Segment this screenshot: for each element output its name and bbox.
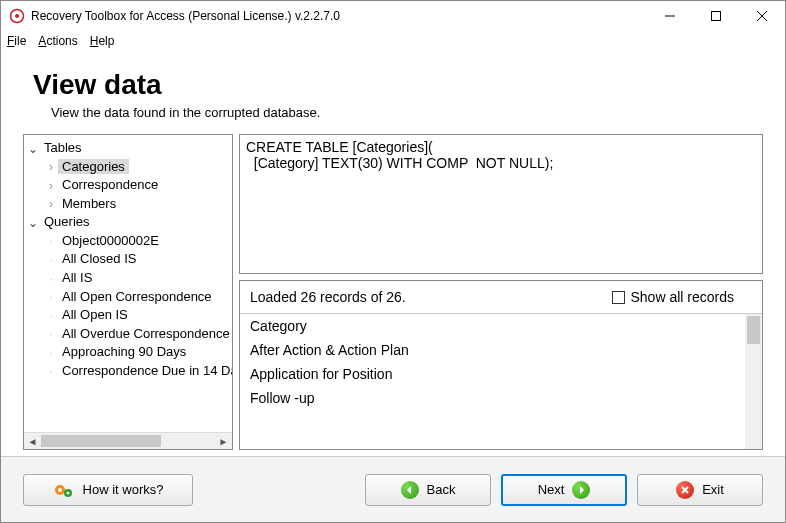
scroll-track[interactable] [161,433,215,449]
tree-item-label: All IS [58,270,96,285]
show-all-records-label: Show all records [631,289,735,305]
close-icon [676,481,694,499]
tree-item-label: All Closed IS [58,251,140,266]
tree-item-label: All Open IS [58,307,132,322]
tree-node-tables[interactable]: ⌄Tables [26,139,232,158]
tree-item[interactable]: ›Correspondence [44,176,232,195]
tree-item[interactable]: Approaching 90 Days [44,343,232,362]
footer: How it works? Back Next Exit [1,456,785,522]
sql-textbox[interactable]: CREATE TABLE [Categories]( [Category] TE… [239,134,763,274]
scroll-left-icon[interactable]: ◄ [24,433,41,449]
close-button[interactable] [739,1,785,31]
tree-item-label: Categories [58,159,129,174]
next-label: Next [538,482,565,497]
svg-point-7 [58,488,62,492]
tree-pane: ⌄Tables ›Categories›Correspondence›Membe… [23,134,233,450]
tree-item-label: All Open Correspondence [58,289,216,304]
bullet-icon [44,325,58,343]
tree-item-label: Object0000002E [58,233,163,248]
page-title: View data [33,69,763,101]
bullet-icon [44,232,58,250]
right-pane: CREATE TABLE [Categories]( [Category] TE… [239,134,763,450]
chevron-down-icon[interactable]: ⌄ [26,140,40,158]
tree-label-tables: Tables [40,140,86,155]
menu-actions[interactable]: Actions [38,34,77,48]
titlebar: Recovery Toolbox for Access (Personal Li… [1,1,785,31]
menu-file[interactable]: File [7,34,26,48]
list-item[interactable]: Application for Position [240,362,762,386]
bullet-icon [44,362,58,380]
bullet-icon [44,251,58,269]
content-area: View data View the data found in the cor… [1,51,785,456]
chevron-right-icon[interactable]: › [44,177,58,195]
records-header: Loaded 26 records of 26. Show all record… [240,281,762,314]
menubar: File Actions Help [1,31,785,51]
tree-item[interactable]: All Closed IS [44,250,232,269]
window-title: Recovery Toolbox for Access (Personal Li… [31,9,647,23]
tree-item[interactable]: ›Categories [44,158,232,177]
sql-line: CREATE TABLE [Categories]( [246,139,433,155]
scroll-thumb[interactable] [747,316,760,344]
scroll-thumb[interactable] [41,435,161,447]
minimize-button[interactable] [647,1,693,31]
tree-item[interactable]: All IS [44,269,232,288]
tree-item[interactable]: All Overdue Correspondence [44,325,232,344]
tree-scroll[interactable]: ⌄Tables ›Categories›Correspondence›Membe… [24,135,232,432]
tree-label-queries: Queries [40,214,94,229]
checkbox-box[interactable] [612,291,625,304]
vertical-scrollbar[interactable] [745,314,762,449]
list-item[interactable]: Category [240,314,762,338]
chevron-right-icon[interactable]: › [44,195,58,213]
tree-item[interactable]: ›Members [44,195,232,214]
svg-rect-3 [712,12,721,21]
svg-point-9 [66,491,69,494]
maximize-button[interactable] [693,1,739,31]
tree-item-label: Correspondence Due in 14 Days [58,363,232,378]
how-it-works-label: How it works? [83,482,164,497]
tree-item[interactable]: Object0000002E [44,232,232,251]
chevron-down-icon[interactable]: ⌄ [26,214,40,232]
exit-label: Exit [702,482,724,497]
page-subtitle: View the data found in the corrupted dat… [51,105,763,120]
gear-icon [53,481,75,499]
svg-point-1 [15,14,19,18]
scroll-right-icon[interactable]: ► [215,433,232,449]
records-box: Loaded 26 records of 26. Show all record… [239,280,763,450]
window-controls [647,1,785,31]
tree-item[interactable]: Correspondence Due in 14 Days [44,362,232,381]
how-it-works-button[interactable]: How it works? [23,474,193,506]
chevron-right-icon[interactable]: › [44,158,58,176]
bullet-icon [44,288,58,306]
sql-line: [Category] TEXT(30) WITH COMP NOT NULL); [246,155,553,171]
back-button[interactable]: Back [365,474,491,506]
horizontal-scrollbar[interactable]: ◄ ► [24,432,232,449]
tree-item-label: Members [58,196,120,211]
list-item[interactable]: Follow -up [240,386,762,410]
back-label: Back [427,482,456,497]
tree-item[interactable]: All Open Correspondence [44,288,232,307]
bullet-icon [44,270,58,288]
tree-item[interactable]: All Open IS [44,306,232,325]
panels: ⌄Tables ›Categories›Correspondence›Membe… [23,134,763,450]
bullet-icon [44,344,58,362]
next-button[interactable]: Next [501,474,627,506]
arrow-left-icon [401,481,419,499]
list-item[interactable]: After Action & Action Plan [240,338,762,362]
arrow-right-icon [572,481,590,499]
records-list[interactable]: CategoryAfter Action & Action PlanApplic… [240,314,762,449]
tree-item-label: Approaching 90 Days [58,344,190,359]
app-icon [9,8,25,24]
show-all-records-checkbox[interactable]: Show all records [612,289,735,305]
exit-button[interactable]: Exit [637,474,763,506]
tree-item-label: Correspondence [58,177,162,192]
tree-node-queries[interactable]: ⌄Queries [26,213,232,232]
menu-help[interactable]: Help [90,34,115,48]
tree-item-label: All Overdue Correspondence [58,326,232,341]
records-status: Loaded 26 records of 26. [250,289,406,305]
bullet-icon [44,307,58,325]
